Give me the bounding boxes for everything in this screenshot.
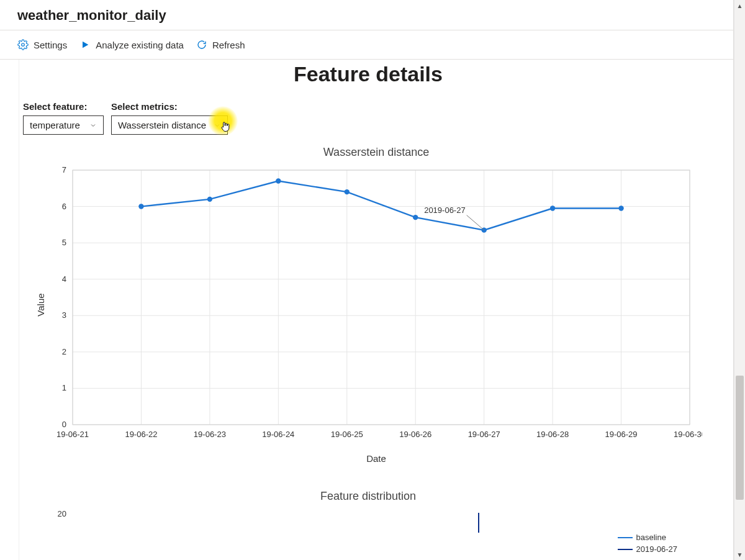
svg-point-39 bbox=[207, 197, 212, 202]
second-chart-title: Feature distribution bbox=[22, 490, 715, 503]
dist-chart-svg: 20 bbox=[44, 508, 702, 543]
legend-label: baseline bbox=[636, 533, 666, 542]
svg-text:19-06-25: 19-06-25 bbox=[331, 430, 363, 439]
legend-item-baseline: baseline bbox=[618, 533, 678, 542]
metrics-dropdown-value: Wasserstein distance bbox=[118, 120, 206, 130]
feature-dropdown[interactable]: temperature bbox=[23, 115, 104, 135]
svg-text:19-06-30: 19-06-30 bbox=[674, 430, 702, 439]
svg-text:3: 3 bbox=[62, 310, 66, 320]
svg-text:19-06-29: 19-06-29 bbox=[605, 430, 638, 439]
feature-dropdown-value: temperature bbox=[30, 120, 80, 130]
play-icon bbox=[79, 39, 91, 50]
svg-text:19-06-28: 19-06-28 bbox=[536, 430, 569, 439]
analyze-label: Analyze existing data bbox=[96, 40, 184, 50]
metrics-select-label: Select metrics: bbox=[111, 101, 228, 112]
y-axis-label: Value bbox=[35, 293, 46, 316]
page-title: weather_monitor_daily bbox=[17, 7, 716, 24]
header: weather_monitor_daily bbox=[0, 0, 733, 30]
svg-text:1: 1 bbox=[62, 383, 66, 392]
line-chart-svg: 0123456719-06-2119-06-2219-06-2319-06-24… bbox=[44, 164, 702, 449]
svg-text:0: 0 bbox=[62, 420, 66, 429]
svg-text:7: 7 bbox=[62, 165, 66, 174]
wasserstein-chart: Wasserstein distance Value 0123456719-06… bbox=[44, 146, 708, 464]
legend-swatch bbox=[618, 537, 633, 538]
svg-text:19-06-24: 19-06-24 bbox=[262, 430, 294, 439]
legend-item-2019-06-27: 2019-06-27 bbox=[618, 544, 678, 554]
scroll-down-arrow-icon[interactable]: ▼ bbox=[734, 549, 745, 560]
chart-title: Wasserstein distance bbox=[44, 146, 708, 159]
svg-text:2019-06-27: 2019-06-27 bbox=[424, 205, 466, 215]
svg-text:20: 20 bbox=[58, 509, 66, 518]
svg-point-38 bbox=[138, 204, 143, 209]
metrics-dropdown[interactable]: Wasserstein distance bbox=[111, 115, 228, 135]
svg-text:19-06-26: 19-06-26 bbox=[399, 430, 431, 439]
svg-point-41 bbox=[345, 189, 350, 194]
svg-text:2: 2 bbox=[62, 347, 66, 356]
gear-icon bbox=[17, 39, 29, 50]
chevron-down-icon bbox=[89, 122, 97, 129]
feature-select-label: Select feature: bbox=[23, 101, 104, 112]
scrollbar[interactable]: ▲ ▼ bbox=[734, 0, 745, 560]
svg-text:6: 6 bbox=[62, 202, 66, 211]
legend-label: 2019-06-27 bbox=[636, 544, 678, 554]
svg-text:19-06-21: 19-06-21 bbox=[56, 430, 89, 439]
svg-point-42 bbox=[413, 215, 418, 220]
svg-point-0 bbox=[22, 43, 25, 47]
scroll-up-arrow-icon[interactable]: ▲ bbox=[734, 0, 745, 11]
section-title: Feature details bbox=[22, 62, 715, 86]
analyze-button[interactable]: Analyze existing data bbox=[79, 39, 184, 50]
refresh-button[interactable]: Refresh bbox=[196, 39, 245, 50]
toolbar: Settings Analyze existing data Refres bbox=[0, 30, 733, 60]
refresh-icon bbox=[196, 39, 207, 50]
x-axis-label: Date bbox=[44, 453, 708, 464]
chevron-down-icon bbox=[214, 122, 221, 129]
svg-text:19-06-27: 19-06-27 bbox=[468, 430, 500, 439]
legend: baseline 2019-06-27 bbox=[618, 533, 678, 556]
svg-text:5: 5 bbox=[62, 238, 66, 247]
settings-label: Settings bbox=[34, 40, 67, 50]
svg-text:4: 4 bbox=[62, 274, 66, 284]
svg-text:19-06-22: 19-06-22 bbox=[125, 430, 157, 439]
svg-text:19-06-23: 19-06-23 bbox=[194, 430, 226, 439]
scroll-thumb[interactable] bbox=[736, 376, 744, 500]
refresh-label: Refresh bbox=[212, 40, 245, 50]
settings-button[interactable]: Settings bbox=[17, 39, 67, 50]
svg-point-45 bbox=[618, 205, 623, 210]
svg-point-44 bbox=[550, 205, 555, 210]
legend-swatch bbox=[618, 549, 633, 550]
svg-point-40 bbox=[276, 178, 281, 183]
feature-distribution-chart: 20 bbox=[44, 508, 708, 543]
